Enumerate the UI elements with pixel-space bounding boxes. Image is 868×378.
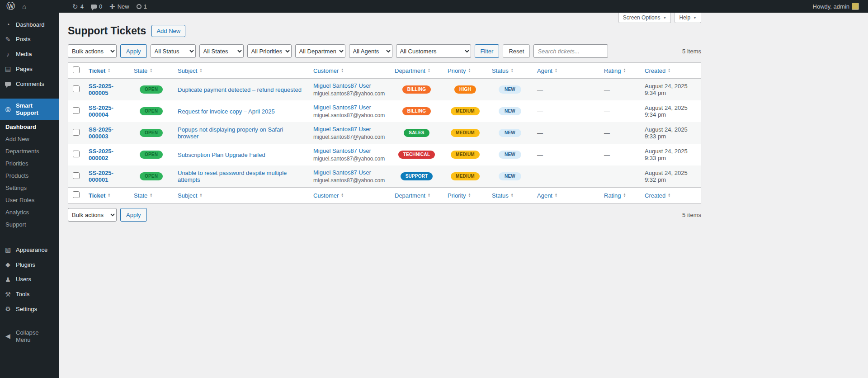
subject-link[interactable]: Unable to reset password despite multipl… xyxy=(178,170,287,183)
new-content-menu[interactable]: ✚ New xyxy=(106,0,133,13)
customer-link[interactable]: Miguel Santos87 User xyxy=(313,169,371,176)
status-badge: NEW xyxy=(499,107,521,115)
row-checkbox[interactable] xyxy=(73,151,80,157)
ticket-id-link[interactable]: SS-2025-000005 xyxy=(89,83,113,96)
column-header-ticket[interactable]: Ticket▲▼ xyxy=(89,67,110,74)
bulk-actions-select-bottom[interactable]: Bulk actions xyxy=(68,208,117,222)
row-checkbox[interactable] xyxy=(73,107,80,114)
status-filter-select[interactable]: All Status xyxy=(151,44,196,58)
subject-link[interactable]: Request for invoice copy – April 2025 xyxy=(178,108,275,115)
priority-badge: MEDIUM xyxy=(451,107,480,115)
column-header-rating[interactable]: Rating▲▼ xyxy=(604,67,626,74)
column-header-agent[interactable]: Agent▲▼ xyxy=(537,192,557,199)
updates-menu[interactable]: ↻ 4 xyxy=(69,0,87,13)
customer-link[interactable]: Miguel Santos87 User xyxy=(313,126,371,132)
submenu-item-analytics[interactable]: Analytics xyxy=(0,206,59,218)
settings-icon: ⚙ xyxy=(4,305,12,313)
ticket-id-link[interactable]: SS-2025-000004 xyxy=(89,104,113,118)
submenu-item-user-roles[interactable]: User Roles xyxy=(0,194,59,206)
column-header-customer[interactable]: Customer▲▼ xyxy=(313,67,344,74)
sidebar-item-users[interactable]: ♟ Users xyxy=(0,272,59,287)
agent-filter-select[interactable]: All Agents xyxy=(349,44,392,58)
submenu-item-settings[interactable]: Settings xyxy=(0,182,59,194)
column-header-customer[interactable]: Customer▲▼ xyxy=(313,192,344,199)
search-input[interactable] xyxy=(533,44,608,58)
column-header-status[interactable]: Status▲▼ xyxy=(492,67,514,74)
column-header-agent[interactable]: Agent▲▼ xyxy=(537,67,557,74)
comments-icon xyxy=(91,5,97,9)
sidebar-item-tools[interactable]: ⚒ Tools xyxy=(0,287,59,302)
comments-menu[interactable]: 0 xyxy=(87,0,106,13)
apply-button[interactable]: Apply xyxy=(120,44,147,58)
column-header-created[interactable]: Created▲▼ xyxy=(645,67,670,74)
table-row: SS-2025-000004 OPEN Request for invoice … xyxy=(68,100,701,122)
submenu-item-departments[interactable]: Departments xyxy=(0,145,59,157)
plugin-notifications-menu[interactable]: 1 xyxy=(133,0,151,13)
column-header-department[interactable]: Department▲▼ xyxy=(395,192,430,199)
subject-link[interactable]: Popups not displaying properly on Safari… xyxy=(178,126,283,140)
submenu-item-dashboard[interactable]: Dashboard xyxy=(0,121,59,133)
column-header-subject[interactable]: Subject▲▼ xyxy=(178,67,202,74)
screen-options-button[interactable]: Screen Options ▼ xyxy=(618,13,671,23)
sidebar-item-appearance[interactable]: ▧ Appearance xyxy=(0,242,59,257)
department-filter-select[interactable]: All Departments xyxy=(295,44,345,58)
column-header-priority[interactable]: Priority▲▼ xyxy=(448,67,471,74)
ticket-id-link[interactable]: SS-2025-000002 xyxy=(89,148,113,161)
help-button[interactable]: Help ▼ xyxy=(675,13,701,23)
chevron-down-icon: ▼ xyxy=(693,16,697,20)
column-header-state[interactable]: State▲▼ xyxy=(134,67,152,74)
visit-site-link[interactable]: ⌂ xyxy=(19,0,30,13)
bulk-actions-select[interactable]: Bulk actions xyxy=(68,44,117,58)
row-checkbox[interactable] xyxy=(73,85,80,92)
subject-link[interactable]: Subscription Plan Upgrade Failed xyxy=(178,151,265,158)
customer-link[interactable]: Miguel Santos87 User xyxy=(313,82,371,89)
status-badge: NEW xyxy=(499,172,521,180)
ticket-id-link[interactable]: SS-2025-000003 xyxy=(89,126,113,140)
submenu-item-support[interactable]: Support xyxy=(0,218,59,231)
priority-filter-select[interactable]: All Priorities xyxy=(247,44,292,58)
customer-filter-select[interactable]: All Customers xyxy=(396,44,471,58)
account-menu[interactable]: Howdy, admin xyxy=(809,0,863,13)
select-all-checkbox[interactable] xyxy=(73,66,80,73)
row-checkbox[interactable] xyxy=(73,172,80,179)
subject-link[interactable]: Duplicate payment detected – refund requ… xyxy=(178,86,302,93)
submenu-item-add-new[interactable]: Add New xyxy=(0,133,59,145)
select-all-checkbox[interactable] xyxy=(73,191,80,198)
column-header-rating[interactable]: Rating▲▼ xyxy=(604,192,626,199)
created-cell: August 24, 2025 9:34 pm xyxy=(640,79,701,101)
column-header-status[interactable]: Status▲▼ xyxy=(492,192,514,199)
customer-link[interactable]: Miguel Santos87 User xyxy=(313,147,371,154)
column-header-state[interactable]: State▲▼ xyxy=(134,192,152,199)
row-checkbox[interactable] xyxy=(73,129,80,136)
rating-cell: — xyxy=(599,144,640,165)
sidebar-item-media[interactable]: ♪ Media xyxy=(0,47,59,62)
filter-button[interactable]: Filter xyxy=(475,44,500,58)
column-header-department[interactable]: Department▲▼ xyxy=(395,67,430,74)
state-badge: OPEN xyxy=(140,172,163,180)
column-header-created[interactable]: Created▲▼ xyxy=(645,192,670,199)
wordpress-logo-menu[interactable]: Ⓦ xyxy=(3,0,19,13)
state-filter-select[interactable]: All States xyxy=(199,44,244,58)
sidebar-item-comments[interactable]: Comments xyxy=(0,76,59,91)
submenu-item-priorities[interactable]: Priorities xyxy=(0,157,59,170)
ticket-id-link[interactable]: SS-2025-000001 xyxy=(89,170,113,183)
sidebar-item-pages[interactable]: ▤ Pages xyxy=(0,61,59,76)
column-header-priority[interactable]: Priority▲▼ xyxy=(448,192,471,199)
column-header-ticket[interactable]: Ticket▲▼ xyxy=(89,192,110,199)
sidebar-item-settings[interactable]: ⚙ Settings xyxy=(0,302,59,317)
customer-email: miguel.santos87@yahoo.com xyxy=(313,90,386,97)
sidebar-item-posts[interactable]: ✎ Posts xyxy=(0,32,59,47)
agent-cell: — xyxy=(533,122,599,144)
column-header-subject[interactable]: Subject▲▼ xyxy=(178,192,202,199)
submenu-item-products[interactable]: Products xyxy=(0,170,59,182)
sidebar-item-plugins[interactable]: ◆ Plugins xyxy=(0,257,59,272)
sidebar-item-smart-support[interactable]: ◎ Smart Support xyxy=(0,99,59,120)
sidebar-item-label: Posts xyxy=(16,36,31,43)
sidebar-separator xyxy=(0,91,59,99)
sidebar-item-dashboard[interactable]: ◔ Dashboard xyxy=(0,17,59,32)
collapse-menu-button[interactable]: ◀ Collapse Menu xyxy=(0,326,59,347)
add-new-button[interactable]: Add New xyxy=(151,25,185,37)
reset-button[interactable]: Reset xyxy=(503,44,530,58)
customer-link[interactable]: Miguel Santos87 User xyxy=(313,104,371,111)
apply-button-bottom[interactable]: Apply xyxy=(120,208,147,222)
